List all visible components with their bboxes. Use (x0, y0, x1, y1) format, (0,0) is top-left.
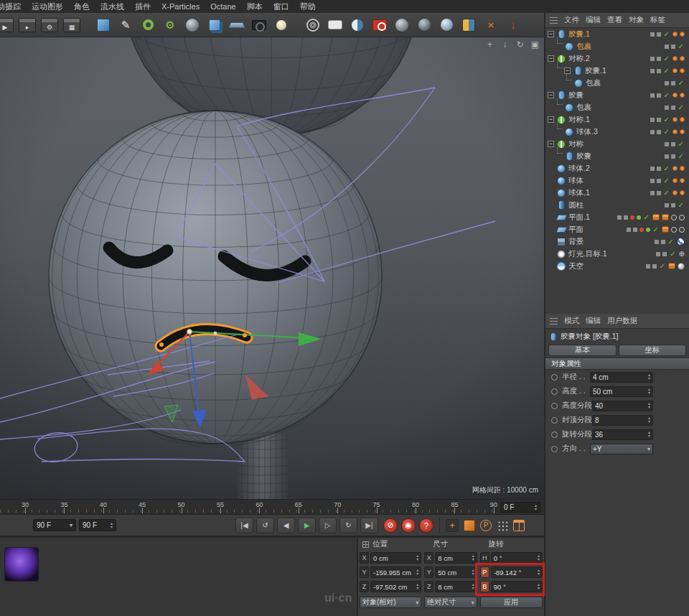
spinner-icon[interactable]: ▴▾ (648, 373, 650, 381)
tree-row[interactable]: −对称.2✓ (545, 52, 689, 65)
tree-row[interactable]: 圆柱✓ (545, 199, 689, 211)
octane-material-button[interactable] (347, 14, 368, 36)
layer-square[interactable] (657, 57, 661, 61)
enable-check[interactable]: ✓ (678, 103, 684, 111)
panel-menu-icon[interactable] (550, 318, 558, 325)
spinner-icon[interactable]: ▴▾ (648, 431, 650, 438)
current-frame-field[interactable]: 0 F ▴▾ (500, 502, 540, 513)
point-level-animation-tool[interactable] (497, 520, 508, 531)
camera-button[interactable] (248, 14, 270, 36)
octane-clear-button[interactable]: × (480, 14, 502, 36)
enable-check[interactable]: ✓ (664, 116, 670, 123)
enable-check[interactable]: ✓ (664, 30, 670, 38)
deformer-button[interactable]: ⚙ (159, 14, 181, 36)
layer-square[interactable] (650, 130, 655, 134)
om-menu-2[interactable]: 查看 (607, 15, 622, 25)
orange-tag-icon[interactable] (672, 129, 678, 134)
tree-row[interactable]: 球体.1✓ (545, 187, 689, 199)
tree-row[interactable]: 球体.2✓ (545, 162, 689, 174)
orange-tag-icon[interactable] (672, 32, 678, 37)
instance-button[interactable] (204, 14, 225, 36)
animation-dot[interactable] (551, 388, 558, 395)
attribute-field[interactable]: 4 cm▴▾ (590, 372, 653, 383)
orange-tag-icon[interactable] (672, 178, 678, 183)
coord-button-2[interactable]: 应用 (480, 597, 543, 608)
om-menu-0[interactable]: 文件 (564, 15, 579, 25)
layer-square[interactable] (665, 142, 669, 146)
enable-check[interactable]: ✓ (678, 79, 684, 87)
layer-square[interactable] (657, 167, 661, 171)
layer-square[interactable] (624, 215, 628, 220)
orange-tag-icon[interactable] (680, 178, 685, 183)
parameter-tool[interactable]: P (480, 520, 492, 531)
layer-square[interactable] (650, 32, 655, 37)
enable-check[interactable]: ✓ (653, 225, 659, 233)
om-menu-1[interactable]: 编辑 (586, 15, 601, 25)
animation-dot[interactable] (551, 374, 558, 381)
tree-row[interactable]: 灯光.目标.1✓⊕ (545, 248, 689, 260)
autokey-help-button[interactable]: ? (419, 518, 433, 533)
spinner-icon[interactable]: ▴▾ (111, 522, 113, 529)
play-reverse-button[interactable]: ↺ (256, 518, 274, 533)
expand-toggle[interactable]: − (548, 55, 554, 62)
circle-tag-icon[interactable] (671, 215, 677, 220)
floor-button[interactable] (226, 14, 248, 36)
layer-square[interactable] (665, 106, 669, 110)
orange-tag-icon[interactable] (680, 68, 685, 73)
wsphere-tag-icon[interactable] (678, 263, 685, 270)
coord-field[interactable]: 0 °▴▾ (491, 552, 543, 564)
orange-tag-icon[interactable] (680, 166, 685, 171)
orange-tag-icon[interactable] (672, 190, 678, 195)
octane-import-button[interactable]: ↓ (502, 14, 524, 36)
orange-tag-icon[interactable] (672, 68, 678, 73)
menubar-item-2[interactable]: 角色 (74, 1, 90, 12)
editor-visibility-dot[interactable] (639, 228, 644, 232)
panel-menu-icon[interactable] (550, 17, 558, 24)
tree-row[interactable]: 球体.3✓ (545, 126, 689, 138)
spinner-icon[interactable]: ▴▾ (472, 554, 474, 561)
layer-square[interactable] (650, 179, 655, 183)
layer-square[interactable] (655, 240, 659, 244)
enable-check[interactable]: ✓ (678, 140, 684, 148)
maximize-icon[interactable]: ▣ (530, 39, 540, 50)
spinner-icon[interactable]: ▴▾ (535, 504, 537, 511)
enable-check[interactable]: ✓ (660, 262, 665, 270)
range-end-field[interactable]: 90 F ▴▾ (79, 519, 116, 531)
orange-tag-icon[interactable] (680, 56, 685, 61)
tree-row[interactable]: 背景✓ (545, 235, 689, 248)
light-button[interactable] (271, 14, 292, 36)
spline-pen-button[interactable]: ✎ (115, 14, 136, 36)
robot-tag-icon[interactable] (662, 226, 669, 233)
enable-check[interactable]: ✓ (678, 42, 684, 50)
previous-key-button[interactable]: ◀ (277, 518, 295, 533)
expand-toggle[interactable]: − (564, 67, 571, 74)
layer-square[interactable] (650, 191, 655, 195)
layer-square[interactable] (650, 118, 655, 122)
circle-tag-icon[interactable] (679, 227, 685, 233)
enable-check[interactable]: ✓ (664, 128, 670, 136)
enable-check[interactable]: ✓ (670, 250, 675, 258)
next-key-button[interactable]: ▷ (319, 518, 337, 533)
octane-camera-button[interactable] (369, 14, 390, 36)
tree-row[interactable]: 平面.1✓ (545, 211, 689, 223)
record-disable-button[interactable]: ⊘ (383, 518, 398, 533)
spinner-icon[interactable]: ▴▾ (416, 554, 418, 561)
octane-glossy-material-button[interactable] (413, 14, 435, 36)
layer-square[interactable] (657, 32, 661, 37)
spinner-icon[interactable]: ▴▾ (648, 388, 650, 395)
am-menu-2[interactable]: 用户数据 (607, 316, 637, 326)
enable-check[interactable]: ✓ (678, 201, 684, 209)
cube-primitive-button[interactable] (93, 14, 114, 36)
circle-tag-icon[interactable] (671, 227, 677, 233)
layer-square[interactable] (627, 228, 631, 232)
enable-check[interactable]: ✓ (664, 189, 670, 197)
coord-field[interactable]: 50 cm▴▾ (435, 566, 477, 578)
orange-tag-icon[interactable] (680, 117, 685, 122)
spinner-icon[interactable]: ▴▾ (538, 583, 540, 590)
om-menu-3[interactable]: 对象 (629, 15, 644, 25)
expand-toggle[interactable]: − (548, 31, 554, 37)
go-to-start-button[interactable]: |◀ (235, 518, 253, 533)
coord-field[interactable]: 0 cm▴▾ (370, 552, 421, 564)
render-visibility-dot[interactable] (646, 228, 650, 232)
layer-square[interactable] (617, 215, 622, 220)
